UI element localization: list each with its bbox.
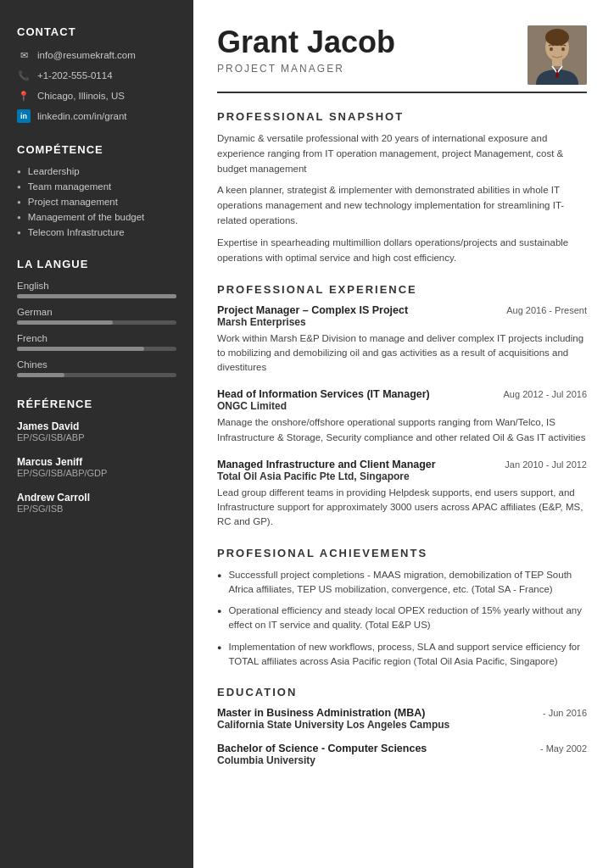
langue-label: German [17,307,176,317]
langue-item: Chines [17,359,176,377]
exp-date: Aug 2016 - Present [506,305,587,315]
langue-title: LA LANGUE [17,258,176,270]
contact-item: 📍Chicago, Illinois, US [17,89,176,103]
reference-item: Andrew CarrollEP/SG/ISB [17,492,176,514]
reference-item: Marcus JeniffEP/SG/ISB/ABP/GDP [17,456,176,478]
competence-item: Management of the budget [17,212,176,222]
experience-list: Project Manager – Complex IS ProjectAug … [217,304,587,530]
langue-bar-bg [17,294,176,298]
contact-list: ✉info@resumekraft.com📞+1-202-555-0114📍Ch… [17,48,176,123]
reference-title: RÉFÉRENCE [17,398,176,410]
exp-desc: Lead group different teams in providing … [217,486,587,530]
contact-item: 📞+1-202-555-0114 [17,69,176,82]
education-list: Master in Business Administration (MBA)-… [217,707,587,766]
phone-icon: 📞 [17,69,31,82]
exp-company: Marsh Enterprises [217,316,587,328]
edu-degree: Master in Business Administration (MBA) [217,707,425,719]
edu-date: - May 2002 [540,743,587,754]
linkedin-icon: in [17,109,31,123]
experience-item: Project Manager – Complex IS ProjectAug … [217,304,587,376]
langue-bar-fill [17,294,176,298]
contact-text: Chicago, Illinois, US [37,91,125,101]
svg-point-5 [561,47,565,51]
experience-item: Managed Infrastructure and Client Manage… [217,459,587,530]
exp-job-title: Head of Information Services (IT Manager… [217,388,430,400]
snapshot-para: Expertise in spearheading multimillion d… [217,236,587,266]
competence-item: Leardership [17,166,176,176]
competence-item: Project management [17,197,176,207]
exp-desc: Work within Marsh E&P Division to manage… [217,331,587,376]
langue-bar-bg [17,347,176,351]
reference-name: Marcus Jeniff [17,456,176,468]
reference-item: James DavidEP/SG/ISB/ABP [17,420,176,442]
competence-item: Team management [17,181,176,192]
achievements-title: PROFESIONAL ACHIEVEMENTS [217,547,587,559]
contact-text: +1-202-555-0114 [37,70,113,81]
achievement-item: Operational efficiency and steady local … [217,604,587,633]
langue-bar-fill [17,347,144,351]
contact-text: info@resumekraft.com [37,50,136,60]
reference-name: Andrew Carroll [17,492,176,504]
edu-date: - Jun 2016 [543,708,587,718]
experience-title: PROFESSIONAL EXPERIENCE [217,283,587,296]
langue-label: English [17,281,176,291]
contact-title: CONTACT [17,25,176,38]
name-block: Grant Jacob PROJECT MANAGER [217,25,395,75]
snapshot-para: Dynamic & versatile professional with 20… [217,131,587,176]
contact-text: linkedin.com/in/grant [37,111,126,121]
location-icon: 📍 [17,89,31,103]
achievements-list: Successfull project completions - MAAS m… [217,568,587,670]
email-icon: ✉ [17,48,31,62]
reference-name: James David [17,420,176,432]
exp-desc: Manage the onshore/offshore operational … [217,415,587,445]
snapshot-para: A keen planner, strategist & implementer… [217,183,587,228]
exp-job-title: Managed Infrastructure and Client Manage… [217,459,436,470]
svg-point-2 [545,29,569,46]
edu-school: California State University Los Angeles … [217,719,587,731]
langue-item: French [17,333,176,351]
achievement-item: Implementation of new workflows, process… [217,640,587,670]
langue-label: French [17,333,176,343]
reference-code: EP/SG/ISB [17,504,176,514]
contact-item: inlinkedin.com/in/grant [17,109,176,123]
education-title: EDUCATION [217,686,587,698]
competence-list: LeardershipTeam managementProject manage… [17,166,176,237]
experience-item: Head of Information Services (IT Manager… [217,388,587,445]
education-item: Master in Business Administration (MBA)-… [217,707,587,731]
svg-rect-3 [552,59,562,66]
reference-code: EP/SG/ISB/ABP [17,432,176,442]
contact-item: ✉info@resumekraft.com [17,48,176,62]
avatar [527,25,587,85]
sidebar: CONTACT ✉info@resumekraft.com📞+1-202-555… [0,0,193,868]
langue-bar-fill [17,320,113,325]
langue-list: EnglishGermanFrenchChines [17,281,176,377]
langue-item: German [17,307,176,325]
edu-school: Columbia University [217,754,587,766]
exp-date: Jan 2010 - Jul 2012 [505,459,587,470]
snapshot-body: Dynamic & versatile professional with 20… [217,131,587,266]
edu-degree: Bachelor of Science - Computer Sciences [217,743,427,754]
header-divider [217,92,587,93]
langue-bar-bg [17,320,176,325]
header: Grant Jacob PROJECT MANAGER [217,25,587,85]
exp-job-title: Project Manager – Complex IS Project [217,304,408,316]
candidate-title: PROJECT MANAGER [217,63,395,75]
candidate-name: Grant Jacob [217,25,395,59]
main-content: Grant Jacob PROJECT MANAGER [193,0,614,868]
langue-label: Chines [17,359,176,370]
exp-company: ONGC Limited [217,400,587,412]
achievement-item: Successfull project completions - MAAS m… [217,568,587,598]
competence-title: COMPÉTENCE [17,143,176,156]
reference-list: James DavidEP/SG/ISB/ABPMarcus JeniffEP/… [17,420,176,514]
competence-item: Telecom Infrastructure [17,227,176,237]
resume-container: CONTACT ✉info@resumekraft.com📞+1-202-555… [0,0,614,868]
svg-point-4 [550,47,553,51]
exp-company: Total Oil Asia Pacific Pte Ltd, Singapor… [217,470,587,482]
langue-item: English [17,281,176,298]
education-item: Bachelor of Science - Computer Sciences-… [217,743,587,766]
snapshot-title: PROFESSIONAL SNAPSHOT [217,110,587,123]
langue-bar-fill [17,373,64,377]
langue-bar-bg [17,373,176,377]
exp-date: Aug 2012 - Jul 2016 [504,389,587,399]
reference-code: EP/SG/ISB/ABP/GDP [17,468,176,478]
